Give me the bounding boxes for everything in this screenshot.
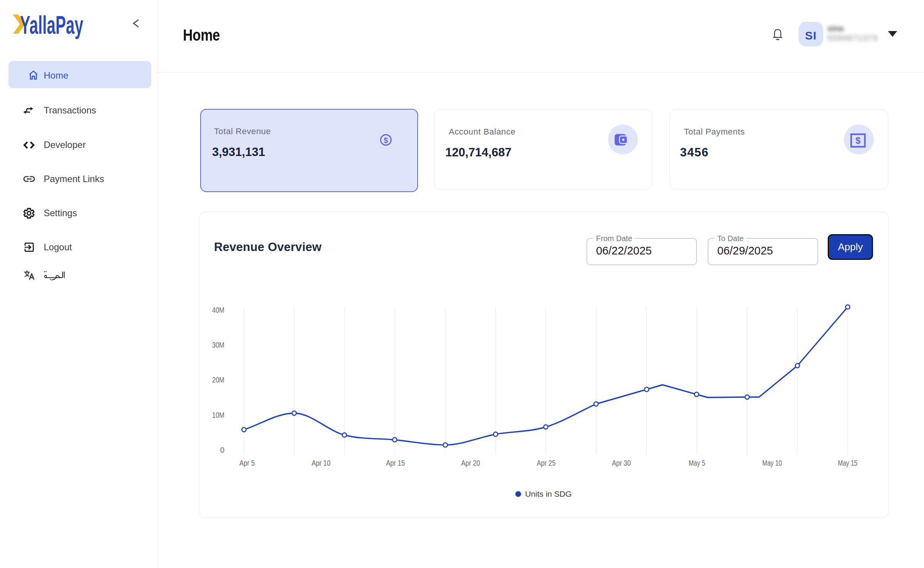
svg-text:40M: 40M <box>212 306 224 314</box>
svg-text:10M: 10M <box>212 411 224 419</box>
svg-text:Units in SDG: Units in SDG <box>525 489 572 498</box>
svg-text:0: 0 <box>220 446 224 454</box>
svg-text:May 5: May 5 <box>689 459 705 467</box>
svg-text:Apr 20: Apr 20 <box>461 459 480 467</box>
svg-text:Apr 10: Apr 10 <box>312 459 331 467</box>
svg-text:$: $ <box>855 135 861 146</box>
svg-text:Apr 5: Apr 5 <box>239 459 255 467</box>
svg-text:May 10: May 10 <box>763 459 782 467</box>
svg-text:20M: 20M <box>212 376 224 384</box>
svg-text:YallaPay: YallaPay <box>20 11 83 39</box>
svg-text:Apr 25: Apr 25 <box>537 459 556 467</box>
svg-text:30M: 30M <box>212 341 224 349</box>
svg-text:May 15: May 15 <box>838 459 858 467</box>
svg-text:Apr 15: Apr 15 <box>386 459 405 467</box>
svg-text:Apr 30: Apr 30 <box>612 459 631 467</box>
svg-text:$: $ <box>384 136 388 144</box>
